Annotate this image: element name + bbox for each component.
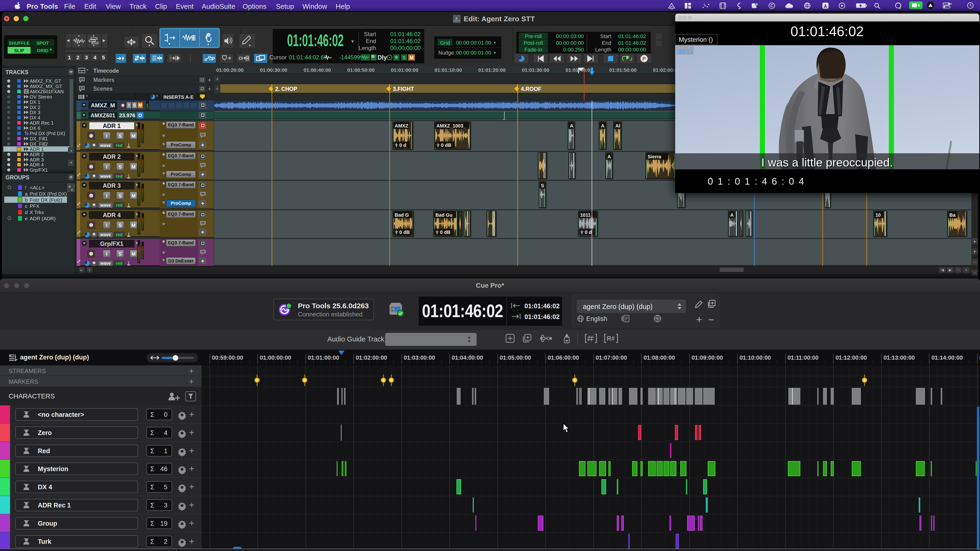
svg-text:C: C (770, 4, 773, 8)
svg-text:P: P (643, 56, 646, 62)
svg-text:R#: R# (607, 335, 615, 342)
